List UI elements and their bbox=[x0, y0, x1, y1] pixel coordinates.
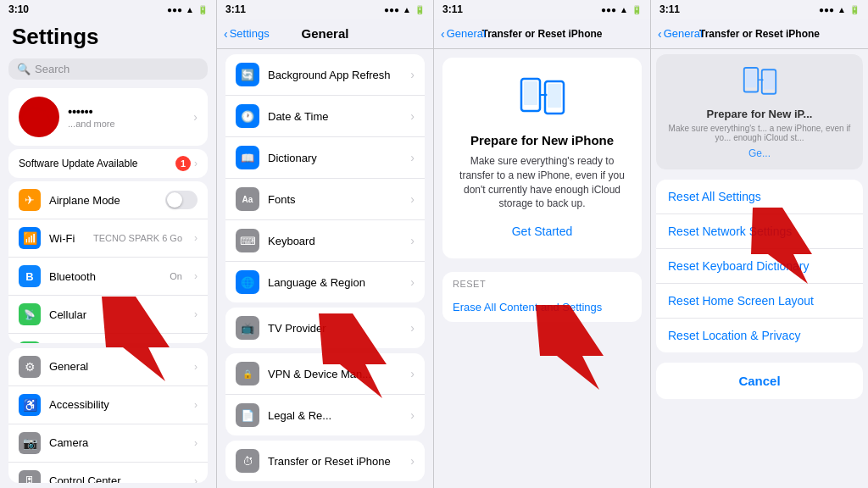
reset-location-row[interactable]: Reset Location & Privacy bbox=[656, 319, 863, 352]
settings-title: Settings bbox=[0, 19, 216, 53]
wifi-icon-4: ▲ bbox=[837, 5, 846, 14]
back-button-transfer[interactable]: ‹ General bbox=[441, 27, 486, 41]
airplane-icon: ✈ bbox=[19, 189, 41, 211]
bluetooth-value: On bbox=[170, 271, 182, 281]
time-1: 3:10 bbox=[8, 3, 29, 15]
wifi-icon: ▲ bbox=[186, 5, 194, 14]
back-button-reset[interactable]: ‹ General bbox=[658, 27, 703, 41]
transfer-icon: ⏱ bbox=[236, 449, 259, 473]
airplane-mode-row[interactable]: ✈ Airplane Mode bbox=[8, 181, 208, 219]
wifi-value: TECNO SPARK 6 Go bbox=[93, 233, 182, 243]
general-row[interactable]: ⚙ General › bbox=[8, 348, 208, 386]
accessibility-row[interactable]: ♿ Accessibility › bbox=[8, 386, 208, 424]
erase-row[interactable]: Erase All Content and Settings bbox=[442, 292, 642, 322]
signal-icon-2: ●●● bbox=[384, 5, 399, 14]
reset-all-settings-row[interactable]: Reset All Settings bbox=[656, 180, 863, 214]
legal-row[interactable]: 📄 Legal & Re... › bbox=[225, 395, 425, 435]
refresh-chevron-icon: › bbox=[410, 68, 415, 81]
time-2: 3:11 bbox=[225, 3, 246, 15]
bluetooth-row[interactable]: B Bluetooth On › bbox=[8, 258, 208, 296]
date-time-row[interactable]: 🕐 Date & Time › bbox=[225, 96, 425, 137]
wifi-row[interactable]: 📶 Wi-Fi TECNO SPARK 6 Go › bbox=[8, 219, 208, 258]
status-bar-2: 3:11 ●●● ▲ 🔋 bbox=[217, 0, 433, 19]
time-4: 3:11 bbox=[659, 3, 680, 15]
transfer-reset-row[interactable]: ⏱ Transfer or Reset iPhone › bbox=[225, 441, 425, 481]
tv-label: TV Provider bbox=[268, 322, 402, 335]
general-section-2: 📺 TV Provider › bbox=[225, 308, 425, 348]
tv-provider-row[interactable]: 📺 TV Provider › bbox=[225, 308, 425, 348]
wifi-icon-2: ▲ bbox=[403, 5, 411, 14]
dictionary-icon: 📖 bbox=[236, 146, 259, 169]
transfer-label: Transfer or Reset iPhone bbox=[268, 455, 402, 468]
back-button-general[interactable]: ‹ Settings bbox=[224, 27, 270, 41]
reset-keyboard-row[interactable]: Reset Keyboard Dictionary bbox=[656, 249, 863, 284]
wifi-chevron-icon: › bbox=[194, 232, 198, 244]
reset-network-row[interactable]: Reset Network Settings bbox=[656, 214, 863, 249]
datetime-chevron-icon: › bbox=[410, 109, 415, 123]
profile-card[interactable]: •••••• ...and more › bbox=[8, 88, 208, 146]
search-icon: 🔍 bbox=[17, 63, 31, 75]
airplane-label: Airplane Mode bbox=[49, 194, 157, 207]
nav-bar-transfer: ‹ General Transfer or Reset iPhone bbox=[434, 19, 650, 49]
vpn2-chevron-icon: › bbox=[410, 367, 415, 380]
general-icon: ⚙ bbox=[19, 356, 41, 378]
datetime-label: Date & Time bbox=[268, 110, 402, 123]
profile-info: •••••• ...and more bbox=[68, 105, 185, 129]
svg-rect-10 bbox=[746, 69, 756, 87]
nav-title-general: General bbox=[302, 26, 349, 41]
dictionary-label: Dictionary bbox=[268, 152, 402, 164]
get-started-4[interactable]: Ge... bbox=[666, 147, 853, 159]
camera-row[interactable]: 📷 Camera › bbox=[8, 424, 208, 463]
vpn-device-row[interactable]: 🔒 VPN & Device Man... › bbox=[225, 353, 425, 395]
fonts-row[interactable]: Aa Fonts › bbox=[225, 179, 425, 220]
camera-label: Camera bbox=[49, 436, 186, 449]
dictionary-row[interactable]: 📖 Dictionary › bbox=[225, 137, 425, 179]
transfer-chevron-icon: › bbox=[410, 454, 415, 468]
prepare-card: Prepare for New iPhone Make sure everyth… bbox=[442, 58, 642, 258]
battery-icon: 🔋 bbox=[198, 5, 208, 14]
tv-icon: 📺 bbox=[236, 316, 259, 340]
language-row[interactable]: 🌐 Language & Region › bbox=[225, 262, 425, 302]
back-chevron-icon: ‹ bbox=[224, 27, 228, 41]
prepare-icon bbox=[456, 75, 628, 125]
airplane-toggle[interactable] bbox=[165, 191, 198, 209]
status-icons-2: ●●● ▲ 🔋 bbox=[384, 5, 425, 14]
dictionary-chevron-icon: › bbox=[410, 151, 415, 164]
legal-chevron-icon: › bbox=[410, 408, 415, 422]
get-started-button[interactable]: Get Started bbox=[456, 221, 628, 241]
refresh-label: Background App Refresh bbox=[268, 69, 402, 81]
control-center-row[interactable]: 🎛 Control Center › bbox=[8, 463, 208, 483]
software-update-row[interactable]: Software Update Available 1 › bbox=[8, 149, 208, 178]
svg-rect-5 bbox=[548, 84, 561, 108]
avatar bbox=[19, 97, 59, 137]
profile-name: •••••• bbox=[68, 105, 185, 119]
keyboard-row[interactable]: ⌨ Keyboard › bbox=[225, 220, 425, 262]
update-chevron-icon: › bbox=[194, 158, 198, 169]
status-icons-3: ●●● ▲ 🔋 bbox=[601, 5, 642, 14]
general-section-3: 🔒 VPN & Device Man... › 📄 Legal & Re... … bbox=[225, 353, 425, 435]
general-chevron-icon: › bbox=[194, 361, 198, 373]
battery-row[interactable]: 🔋 Battery › bbox=[8, 334, 208, 343]
language-chevron-icon: › bbox=[410, 275, 415, 289]
status-icons-1: ●●● ▲ 🔋 bbox=[167, 5, 208, 14]
background-refresh-row[interactable]: 🔄 Background App Refresh › bbox=[225, 54, 425, 96]
cellular-chevron-icon: › bbox=[194, 308, 198, 320]
reset-home-screen-row[interactable]: Reset Home Screen Layout bbox=[656, 284, 863, 319]
nav-bar-reset: ‹ General Transfer or Reset iPhone bbox=[651, 19, 868, 49]
control-center-icon: 🎛 bbox=[19, 470, 41, 483]
profile-sub: ...and more bbox=[68, 119, 185, 129]
legal-icon: 📄 bbox=[236, 403, 259, 427]
battery-icon-3: 🔋 bbox=[632, 5, 642, 14]
back-chevron-icon-4: ‹ bbox=[658, 27, 662, 41]
cancel-button[interactable]: Cancel bbox=[656, 363, 863, 399]
fonts-icon: Aa bbox=[236, 187, 259, 211]
panel-transfer: 3:11 ●●● ▲ 🔋 ‹ General Transfer or Reset… bbox=[434, 0, 651, 488]
prepare-card-partial: Prepare for New iP... Make sure everythi… bbox=[656, 54, 863, 169]
language-icon: 🌐 bbox=[236, 270, 259, 294]
accessibility-label: Accessibility bbox=[49, 398, 186, 411]
reset-options-list: Reset All Settings Reset Network Setting… bbox=[656, 180, 863, 352]
search-bar[interactable]: 🔍 Search bbox=[8, 58, 208, 80]
accessibility-icon: ♿ bbox=[19, 394, 41, 416]
cellular-row[interactable]: 📡 Cellular › bbox=[8, 296, 208, 334]
search-placeholder: Search bbox=[35, 63, 70, 75]
